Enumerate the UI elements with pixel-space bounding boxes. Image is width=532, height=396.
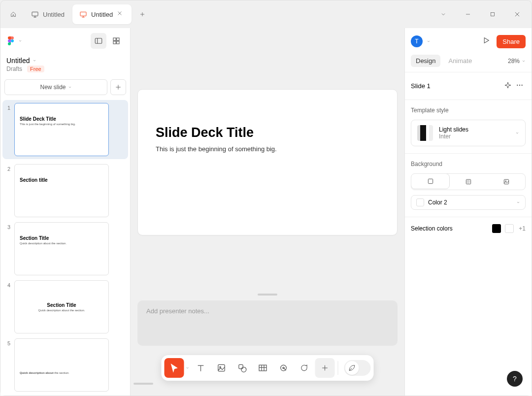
window-dropdown[interactable] [432, 4, 455, 24]
bg-solid-option[interactable] [411, 173, 450, 189]
comment-icon [299, 363, 309, 373]
titlebar: Untitled Untitled [0, 0, 532, 28]
comment-tool[interactable] [295, 358, 314, 378]
presenter-notes[interactable]: Add presenter notes... [137, 300, 398, 346]
svg-rect-2 [491, 13, 495, 16]
sparkle-icon [504, 81, 512, 89]
close-window-button[interactable] [506, 4, 529, 24]
cursor-icon [169, 363, 179, 373]
toolbar-separator [338, 361, 338, 375]
color-swatch [416, 198, 424, 206]
svg-point-18 [522, 85, 523, 86]
embed-tool[interactable] [274, 358, 294, 378]
template-selector[interactable]: Light slides Inter [411, 120, 526, 146]
maximize-button[interactable] [481, 4, 504, 24]
new-slide-label: New slide [40, 84, 66, 91]
shape-tool[interactable] [233, 358, 252, 378]
new-slide-button[interactable]: New slide [4, 79, 107, 95]
slide-thumb-3[interactable]: 3 Section Title Quick description about … [4, 222, 126, 275]
plus-icon [139, 11, 145, 18]
click-icon [279, 363, 289, 373]
template-font: Inter [439, 133, 468, 140]
add-slide-button[interactable] [110, 79, 126, 95]
thumb-title: Section Title [47, 302, 76, 308]
right-sidebar: T Share Design Animate 28% Slide 1 [404, 28, 532, 396]
thumb-number: 3 [4, 224, 10, 230]
additional-colors-count[interactable]: +1 [519, 225, 526, 232]
thumb-subtitle: Quick description about the section. [20, 242, 103, 245]
notes-resize-handle[interactable] [258, 294, 277, 296]
home-tab[interactable] [3, 4, 23, 24]
svg-point-16 [517, 85, 518, 86]
svg-point-3 [11, 39, 14, 42]
design-mode-toggle[interactable] [344, 360, 371, 376]
avatar[interactable]: T [411, 35, 423, 47]
more-options[interactable] [514, 79, 526, 93]
text-icon [196, 363, 206, 373]
slide-subtitle-text[interactable]: This is just the beginning of something … [156, 145, 379, 153]
svg-rect-8 [117, 41, 119, 44]
selection-color-black[interactable] [492, 224, 501, 233]
more-tools[interactable] [315, 358, 335, 378]
slide-thumb-1[interactable]: 1 Slide Deck Title This is just the begi… [2, 100, 128, 159]
chevron-down-icon [33, 59, 36, 63]
table-tool[interactable] [253, 358, 273, 378]
animate-tab[interactable]: Animate [443, 55, 477, 67]
minimize-button[interactable] [457, 4, 479, 24]
slide-thumb-2[interactable]: 2 Section title [4, 164, 126, 217]
media-tool[interactable] [212, 358, 232, 378]
thumb-number: 5 [4, 340, 10, 346]
rect-icon [427, 177, 434, 185]
canvas[interactable]: Slide Deck Title This is just the beginn… [131, 28, 404, 396]
bg-gradient-option[interactable] [449, 174, 487, 190]
svg-rect-11 [239, 364, 243, 368]
zoom-control[interactable]: 28% [508, 58, 526, 65]
breadcrumb[interactable]: Drafts [6, 66, 22, 72]
slide-editor[interactable]: Slide Deck Title This is just the beginn… [137, 89, 398, 235]
svg-point-12 [241, 367, 246, 372]
presentation-icon [79, 10, 87, 18]
share-button[interactable]: Share [497, 35, 526, 48]
thumb-number: 4 [4, 282, 10, 288]
template-name: Light slides [439, 126, 468, 133]
ai-button[interactable] [502, 79, 514, 93]
move-tool-dropdown[interactable] [185, 366, 190, 370]
template-thumb [417, 125, 433, 141]
chevron-down-icon [516, 200, 520, 204]
leaf-icon [348, 364, 356, 372]
sidebar-resize-handle[interactable] [133, 383, 153, 385]
color-name: Color 2 [428, 199, 447, 206]
present-button[interactable] [480, 34, 493, 49]
main-menu[interactable] [6, 36, 22, 45]
table-icon [258, 363, 268, 373]
thumb-subtitle: Quick description about the section. [20, 371, 103, 374]
close-icon[interactable] [117, 10, 125, 18]
play-icon [482, 36, 491, 45]
zoom-value: 28% [508, 58, 520, 65]
svg-rect-7 [113, 41, 116, 44]
slide-thumb-4[interactable]: 4 Section Title Quick description about … [4, 280, 126, 333]
design-tab[interactable]: Design [411, 55, 440, 67]
image-icon [502, 178, 510, 186]
chevron-down-icon[interactable] [427, 39, 431, 43]
selection-color-white[interactable] [505, 224, 514, 233]
new-tab[interactable] [133, 4, 152, 24]
image-icon [217, 363, 227, 373]
svg-rect-5 [113, 38, 116, 40]
help-button[interactable]: ? [507, 371, 523, 387]
bg-image-option[interactable] [487, 174, 525, 190]
grid-view-button[interactable] [108, 33, 124, 49]
slide-title-text[interactable]: Slide Deck Title [156, 125, 379, 140]
figma-logo-icon [6, 36, 15, 45]
background-color-selector[interactable]: Color 2 [411, 195, 526, 210]
text-tool[interactable] [191, 358, 211, 378]
slide-thumb-5[interactable]: 5 Quick description about the section. [4, 338, 126, 392]
plus-icon [321, 364, 329, 372]
filmstrip-view-button[interactable] [91, 33, 106, 49]
svg-rect-1 [80, 12, 86, 16]
move-tool[interactable] [165, 358, 184, 378]
project-title[interactable]: Untitled [0, 54, 130, 66]
tab-untitled-1[interactable]: Untitled [24, 4, 71, 24]
thumb-subtitle: This is just the beginning of something … [20, 123, 103, 126]
tab-untitled-2[interactable]: Untitled [72, 4, 132, 24]
